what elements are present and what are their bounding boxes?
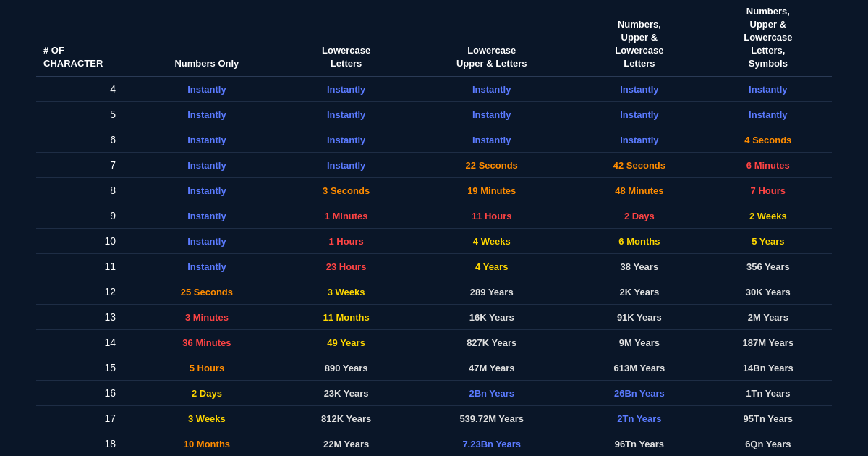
crack-time-cell: 5 Hours — [130, 355, 284, 381]
crack-time-cell: 16K Years — [409, 305, 574, 330]
crack-time-cell: Instantly — [574, 127, 705, 153]
crack-time-cell: Instantly — [130, 229, 284, 254]
crack-time-cell: Instantly — [284, 127, 409, 153]
crack-time-cell: Instantly — [574, 77, 705, 102]
crack-time-cell: 22 Seconds — [409, 153, 574, 178]
table-row: 10Instantly1 Hours4 Weeks6 Months5 Years — [36, 229, 832, 254]
char-count: 17 — [36, 406, 130, 431]
char-count: 11 — [36, 254, 130, 279]
crack-time-cell: 4 Years — [409, 254, 574, 279]
crack-time-cell: 4 Weeks — [409, 229, 574, 254]
col-header-numbers-only: Numbers Only — [130, 0, 284, 77]
crack-time-cell: 3 Weeks — [130, 406, 284, 431]
crack-time-cell: Instantly — [130, 127, 284, 153]
crack-time-cell: 7.23Bn Years — [409, 431, 574, 456]
table-row: 155 Hours890 Years47M Years613M Years14B… — [36, 355, 832, 381]
crack-time-cell: 22M Years — [284, 431, 409, 456]
table-row: 173 Weeks812K Years539.72M Years2Tn Year… — [36, 406, 832, 431]
crack-time-cell: 25 Seconds — [130, 279, 284, 305]
crack-time-cell: 890 Years — [284, 355, 409, 381]
crack-time-cell: 42 Seconds — [574, 153, 705, 178]
crack-time-cell: 2M Years — [705, 305, 832, 330]
crack-time-cell: 3 Weeks — [284, 279, 409, 305]
crack-time-cell: 1 Hours — [284, 229, 409, 254]
col-header-all: Numbers,Upper &LowercaseLetters,Symbols — [705, 0, 832, 77]
crack-time-cell: 23K Years — [284, 381, 409, 406]
crack-time-cell: 2K Years — [574, 279, 705, 305]
crack-time-cell: Instantly — [409, 77, 574, 102]
crack-time-cell: 827K Years — [409, 330, 574, 355]
table-row: 162 Days23K Years2Bn Years26Bn Years1Tn … — [36, 381, 832, 406]
crack-time-cell: 3 Minutes — [130, 305, 284, 330]
crack-time-cell: 2Bn Years — [409, 381, 574, 406]
crack-time-cell: Instantly — [130, 77, 284, 102]
table-row: 1225 Seconds3 Weeks289 Years2K Years30K … — [36, 279, 832, 305]
crack-time-cell: 289 Years — [409, 279, 574, 305]
crack-time-cell: 1 Minutes — [284, 203, 409, 229]
crack-time-cell: 3 Seconds — [284, 178, 409, 203]
crack-time-cell: Instantly — [130, 153, 284, 178]
table-row: 133 Minutes11 Months16K Years91K Years2M… — [36, 305, 832, 330]
crack-time-cell: 11 Months — [284, 305, 409, 330]
crack-time-cell: 47M Years — [409, 355, 574, 381]
crack-time-cell: Instantly — [130, 178, 284, 203]
crack-time-cell: 187M Years — [705, 330, 832, 355]
crack-time-cell: 356 Years — [705, 254, 832, 279]
char-count: 12 — [36, 279, 130, 305]
crack-time-cell: Instantly — [409, 127, 574, 153]
crack-time-cell: 7 Hours — [705, 178, 832, 203]
crack-time-cell: 2 Weeks — [705, 203, 832, 229]
crack-time-cell: 91K Years — [574, 305, 705, 330]
table-row: 1810 Months22M Years7.23Bn Years96Tn Yea… — [36, 431, 832, 456]
crack-time-cell: 26Bn Years — [574, 381, 705, 406]
crack-time-cell: 19 Minutes — [409, 178, 574, 203]
crack-time-cell: 23 Hours — [284, 254, 409, 279]
crack-time-cell: 2 Days — [130, 381, 284, 406]
col-header-lowercase-upper: LowercaseUpper & Letters — [409, 0, 574, 77]
char-count: 4 — [36, 77, 130, 102]
crack-time-cell: 95Tn Years — [705, 406, 832, 431]
crack-time-cell: Instantly — [705, 77, 832, 102]
crack-time-cell: 14Bn Years — [705, 355, 832, 381]
crack-time-cell: 2Tn Years — [574, 406, 705, 431]
char-count: 10 — [36, 229, 130, 254]
char-count: 18 — [36, 431, 130, 456]
password-crack-table: # OFCHARACTER Numbers Only LowercaseLett… — [36, 0, 832, 456]
char-count: 15 — [36, 355, 130, 381]
crack-time-cell: Instantly — [284, 153, 409, 178]
crack-time-cell: 10 Months — [130, 431, 284, 456]
crack-time-cell: Instantly — [130, 203, 284, 229]
table-row: 6InstantlyInstantlyInstantlyInstantly4 S… — [36, 127, 832, 153]
crack-time-cell: 6 Minutes — [705, 153, 832, 178]
crack-time-cell: Instantly — [130, 102, 284, 127]
table-row: 11Instantly23 Hours4 Years38 Years356 Ye… — [36, 254, 832, 279]
crack-time-cell: 9M Years — [574, 330, 705, 355]
crack-time-cell: Instantly — [284, 102, 409, 127]
crack-time-cell: 96Tn Years — [574, 431, 705, 456]
crack-time-cell: 613M Years — [574, 355, 705, 381]
crack-time-cell: 48 Minutes — [574, 178, 705, 203]
char-count: 6 — [36, 127, 130, 153]
crack-time-cell: 11 Hours — [409, 203, 574, 229]
crack-time-cell: 6 Months — [574, 229, 705, 254]
table-row: 8Instantly3 Seconds19 Minutes48 Minutes7… — [36, 178, 832, 203]
crack-time-cell: Instantly — [409, 102, 574, 127]
char-count: 8 — [36, 178, 130, 203]
crack-time-cell: 38 Years — [574, 254, 705, 279]
col-header-chars: # OFCHARACTER — [36, 0, 130, 77]
table-row: 4InstantlyInstantlyInstantlyInstantlyIns… — [36, 77, 832, 102]
crack-time-cell: 812K Years — [284, 406, 409, 431]
char-count: 9 — [36, 203, 130, 229]
crack-time-cell: 1Tn Years — [705, 381, 832, 406]
char-count: 16 — [36, 381, 130, 406]
crack-time-cell: 6Qn Years — [705, 431, 832, 456]
table-row: 9Instantly1 Minutes11 Hours2 Days2 Weeks — [36, 203, 832, 229]
table-row: 7InstantlyInstantly22 Seconds42 Seconds6… — [36, 153, 832, 178]
crack-time-cell: Instantly — [284, 77, 409, 102]
col-header-lowercase: LowercaseLetters — [284, 0, 409, 77]
table-row: 5InstantlyInstantlyInstantlyInstantlyIns… — [36, 102, 832, 127]
crack-time-cell: 5 Years — [705, 229, 832, 254]
crack-time-cell: 36 Minutes — [130, 330, 284, 355]
char-count: 7 — [36, 153, 130, 178]
crack-time-cell: 2 Days — [574, 203, 705, 229]
